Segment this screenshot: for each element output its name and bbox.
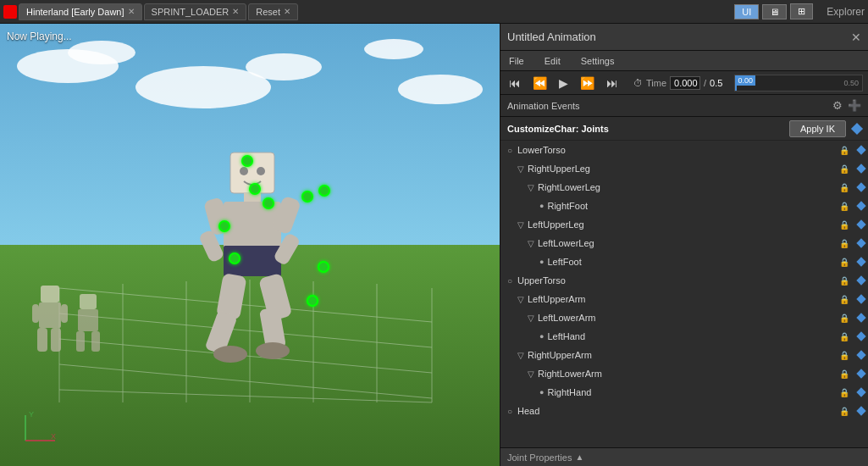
tab-sprint-loader[interactable]: SPRINT_LOADER ✕ [144,3,247,20]
joint-row-rightfoot[interactable]: ● RightFoot 🔒 [500,197,868,215]
joint-lock-uppertorso[interactable]: 🔒 [839,276,849,286]
joint-lock-rightlowerarm[interactable]: 🔒 [839,369,849,379]
add-event-icon[interactable]: ➕ [848,99,861,112]
joint-row-leftupperleg[interactable]: ▽ LeftUpperLeg 🔒 [500,215,868,234]
joint-toggle-rightupperarm[interactable]: ▽ [517,351,526,360]
joint-row-head[interactable]: ○ Head 🔒 [500,402,868,420]
joint-name-leftupperleg: LeftUpperLeg [528,219,839,230]
ik-dot-5[interactable] [263,197,274,209]
svg-point-13 [240,167,248,175]
joint-keyframe-head [856,406,865,415]
tab-sprint-loader-close[interactable]: ✕ [232,7,239,16]
ui-button[interactable]: UI [734,4,759,19]
ik-dot-1[interactable] [318,185,330,197]
joint-lock-leftupperarm[interactable]: 🔒 [839,295,849,304]
joint-row-rightlowerarm[interactable]: ▽ RightLowerArm 🔒 [500,364,868,383]
joints-timeline-container: ○ LowerTorso 🔒 ▽ RightUpperLeg 🔒 [500,141,868,447]
joint-lock-rightfoot[interactable]: 🔒 [839,202,849,211]
svg-rect-29 [39,302,61,328]
tab-reset-close[interactable]: ✕ [284,7,290,16]
joint-lock-leftupperleg[interactable]: 🔒 [839,220,849,230]
ik-dot-8[interactable] [218,220,230,232]
monitor-button[interactable]: 🖥 [762,4,787,19]
joint-row-leftfoot[interactable]: ● LeftFoot 🔒 [500,252,868,271]
ik-dot-9[interactable] [229,252,240,264]
skip-to-start-button[interactable]: ⏮ [506,75,524,92]
axes-indicator: Y X [17,407,59,449]
joint-row-rightupperarm[interactable]: ▽ RightUpperArm 🔒 [500,346,868,364]
joint-toggle-leftlowerleg[interactable]: ▽ [528,239,536,248]
joint-lock-head[interactable]: 🔒 [839,407,849,416]
joint-lock-rightupperarm[interactable]: 🔒 [839,351,849,360]
svg-rect-20 [198,229,225,263]
joint-row-uppertorso[interactable]: ○ UpperTorso 🔒 [500,271,868,290]
joint-keyframe-rightlowerarm [856,369,865,378]
step-back-button[interactable]: ⏪ [529,75,550,92]
joint-name-lefthand: LeftHand [547,331,839,341]
joint-row-rightlowerleg[interactable]: ▽ RightLowerLeg 🔒 [500,178,868,197]
viewport[interactable]: Y X Now Playing... [0,24,500,466]
play-button[interactable]: ▶ [556,75,572,92]
joint-keyframe-rightupperleg [856,164,865,173]
joint-row-lefthand[interactable]: ● LeftHand 🔒 [500,327,868,346]
joint-toggle-leftupperleg[interactable]: ▽ [517,220,526,230]
panel-close-button[interactable]: ✕ [851,31,861,44]
joint-name-righthand: RightHand [547,387,839,397]
joint-toggle-leftupperarm[interactable]: ▽ [517,295,526,304]
joint-toggle-uppertorso[interactable]: ○ [507,276,516,286]
joint-toggle-leftlowerarm[interactable]: ▽ [528,313,536,323]
joint-lock-leftlowerarm[interactable]: 🔒 [839,313,849,323]
joint-row-leftupperarm[interactable]: ▽ LeftUpperArm 🔒 [500,290,868,308]
joint-toggle-head[interactable]: ○ [507,407,516,416]
joint-keyframe-uppertorso [856,275,865,285]
ik-dot-6[interactable] [318,261,329,273]
joint-toggle-rightupperleg[interactable]: ▽ [517,164,526,174]
ik-dot-2[interactable] [301,191,313,202]
ik-dot-3[interactable] [241,155,253,167]
joint-toggle-rightlowerarm[interactable]: ▽ [528,369,536,379]
apply-ik-button[interactable]: Apply IK [789,120,846,137]
joint-keyframe-rightfoot [856,201,865,210]
ik-dot-7[interactable] [307,295,318,307]
joint-keyframe-leftfoot [856,257,865,266]
joint-properties-bar[interactable]: Joint Properties ▲ [500,447,868,466]
joint-name-leftupperarm: LeftUpperArm [528,294,839,304]
time-current-value[interactable]: 0.000 [670,76,700,90]
joint-toggle-rightlowerleg[interactable]: ▽ [528,183,536,192]
joint-lock-leftlowerleg[interactable]: 🔒 [839,239,849,248]
tab-hinterland-label: Hinterland [Early Dawn] [26,7,124,17]
time-end-value[interactable]: 0.5 [710,78,722,88]
tab-reset[interactable]: Reset ✕ [248,3,298,20]
joint-properties-label: Joint Properties [507,452,572,463]
animation-panel: Untitled Animation ✕ File Edit Settings … [500,24,868,466]
joint-row-lowertorso[interactable]: ○ LowerTorso 🔒 [500,141,868,159]
menu-edit[interactable]: Edit [539,54,566,68]
menu-settings[interactable]: Settings [576,54,620,68]
joint-row-leftlowerleg[interactable]: ▽ LeftLowerLeg 🔒 [500,234,868,252]
joint-row-leftlowerarm[interactable]: ▽ LeftLowerArm 🔒 [500,308,868,327]
skip-to-end-button[interactable]: ⏭ [603,75,622,92]
settings-icon[interactable]: ⚙ [832,99,843,112]
menu-bar: File Edit Settings [500,51,868,71]
joint-lock-rightupperleg[interactable]: 🔒 [839,164,849,174]
joint-lock-leftfoot[interactable]: 🔒 [839,258,849,267]
tab-hinterland-close[interactable]: ✕ [128,7,135,16]
menu-file[interactable]: File [504,54,529,68]
layout-button[interactable]: ⊞ [790,3,813,19]
joint-keyframe-lowertorso [856,145,865,154]
svg-text:Y: Y [29,410,34,419]
joints-area: ○ LowerTorso 🔒 ▽ RightUpperLeg 🔒 [500,141,868,466]
ik-dot-4[interactable] [249,183,261,195]
step-forward-button[interactable]: ⏩ [577,75,598,92]
joint-row-rightupperleg[interactable]: ▽ RightUpperLeg 🔒 [500,159,868,178]
joint-lock-righthand[interactable]: 🔒 [839,388,849,397]
joint-lock-rightlowerleg[interactable]: 🔒 [839,183,849,192]
joint-row-righthand[interactable]: ● RightHand 🔒 [500,383,868,402]
tab-hinterland[interactable]: Hinterland [Early Dawn] ✕ [19,3,142,20]
panel-titlebar: Untitled Animation ✕ [500,24,868,51]
joint-name-leftlowerarm: LeftLowerArm [538,313,839,323]
joint-name-leftfoot: LeftFoot [547,257,839,267]
joint-lock-lowertorso[interactable]: 🔒 [839,146,849,155]
joint-lock-lefthand[interactable]: 🔒 [839,332,849,341]
joint-toggle-lowertorso[interactable]: ○ [507,146,516,155]
